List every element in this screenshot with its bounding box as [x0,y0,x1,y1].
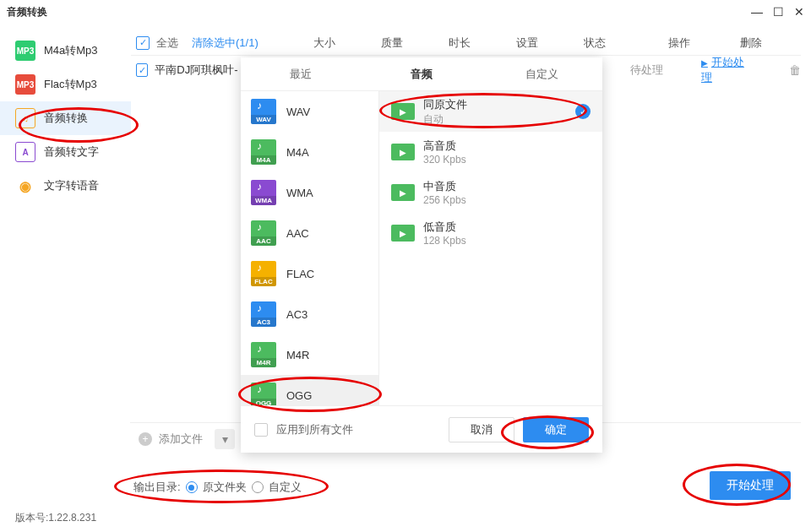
row-status: 待处理 [624,62,669,78]
sidebar-item-label: M4a转Mp3 [44,43,98,58]
ok-button[interactable]: 确定 [523,417,589,442]
sidebar-item-label: 音频转换 [44,111,88,126]
select-all-label: 全选 [156,35,178,51]
select-all-checkbox[interactable] [136,36,150,50]
col-size: 大小 [299,35,350,51]
sidebar: MP3 M4a转Mp3 MP3 Flac转Mp3 ♫ 音频转换 A 音频转文字 … [0,24,131,498]
text-icon: A [15,142,35,162]
sidebar-item-m4a[interactable]: MP3 M4a转Mp3 [0,34,131,68]
version-label: 版本号:1.22.8.231 [15,511,96,525]
close-icon[interactable]: ✕ [794,5,804,19]
row-checkbox[interactable] [136,63,148,77]
add-icon[interactable]: + [139,432,152,446]
output-label: 输出目录: [133,480,181,495]
cancel-button[interactable]: 取消 [449,417,514,442]
quality-high[interactable]: 高音质320 Kpbs [379,132,602,172]
format-ac3[interactable]: AC3AC3 [241,294,378,334]
format-ogg[interactable]: OGGOGG [241,375,378,405]
format-m4r[interactable]: M4RM4R [241,334,378,375]
apply-all-checkbox[interactable] [254,423,268,437]
window-title: 音频转换 [7,5,47,19]
folder-button[interactable]: ▾ [215,429,235,449]
format-wma[interactable]: WMAWMA [241,172,378,213]
sidebar-item-label: Flac转Mp3 [44,77,97,92]
add-file-label[interactable]: 添加文件 [159,432,203,447]
radio-custom[interactable] [252,481,264,493]
mp3-icon: MP3 [15,41,35,61]
table-header: 全选 清除选中(1/1) 大小 质量 时长 设置 状态 操作 删除 [131,30,801,56]
mp3-icon: MP3 [15,74,35,95]
tab-custom[interactable]: 自定义 [482,57,602,90]
trash-icon[interactable]: 🗑 [789,63,801,77]
quality-list: 同原文件自动 高音质320 Kpbs 中音质256 Kpbs 低音质128 Kp… [379,91,602,405]
format-wav[interactable]: WAVWAV [241,91,378,132]
format-m4a[interactable]: M4AM4A [241,132,378,172]
format-flac[interactable]: FLACFLAC [241,253,378,294]
col-duration: 时长 [434,35,485,51]
col-delete: 删除 [730,35,772,51]
format-panel: 最近 音频 自定义 WAVWAV M4AM4A WMAWMA AACAAC FL… [241,57,602,453]
sound-icon: ◉ [15,176,35,196]
check-icon [575,104,591,119]
maximize-icon[interactable]: ☐ [773,5,784,19]
video-icon [391,144,415,160]
clear-selection-link[interactable]: 清除选中(1/1) [192,35,259,51]
video-icon [391,103,415,120]
sidebar-item-tts[interactable]: ◉ 文字转语音 [0,169,131,203]
col-settings: 设置 [502,35,552,51]
sidebar-item-label: 文字转语音 [44,178,99,193]
quality-medium[interactable]: 中音质256 Kpbs [379,172,602,213]
quality-low[interactable]: 低音质128 Kpbs [379,213,602,253]
format-aac[interactable]: AACAAC [241,213,378,253]
sidebar-item-stt[interactable]: A 音频转文字 [0,135,131,169]
start-button[interactable]: 开始处理 [710,471,791,500]
radio-custom-label: 自定义 [269,480,302,495]
tab-audio[interactable]: 音频 [362,57,482,90]
radio-original-label: 原文件夹 [203,480,247,495]
radio-original[interactable] [186,481,198,493]
apply-all-label: 应用到所有文件 [276,422,440,437]
quality-same[interactable]: 同原文件自动 [379,91,602,132]
minimize-icon[interactable]: — [751,5,763,19]
col-quality: 质量 [367,35,417,51]
video-icon [391,225,415,242]
col-action: 操作 [645,35,713,51]
tab-recent[interactable]: 最近 [241,57,362,90]
col-status: 状态 [569,35,620,51]
video-icon [391,184,415,201]
sidebar-item-convert[interactable]: ♫ 音频转换 [0,101,131,135]
row-start-process[interactable]: 开始处理 [701,55,748,85]
music-icon: ♫ [15,108,35,128]
sidebar-item-label: 音频转文字 [44,144,99,160]
sidebar-item-flac[interactable]: MP3 Flac转Mp3 [0,68,131,101]
format-list: WAVWAV M4AM4A WMAWMA AACAAC FLACFLAC AC3… [241,91,379,405]
